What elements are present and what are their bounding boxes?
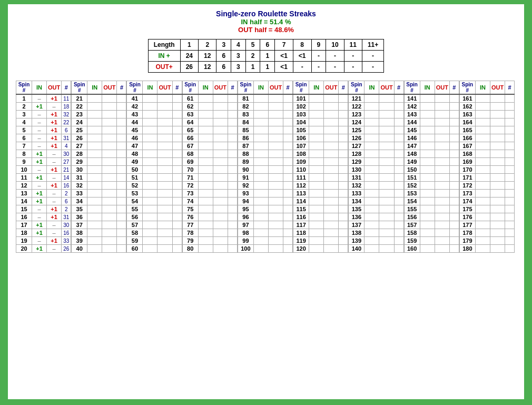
table-row: 34	[72, 197, 126, 205]
table-row: 94	[238, 197, 292, 205]
spin-number: 80	[182, 245, 198, 253]
hash-value	[505, 237, 515, 245]
hash-value	[449, 237, 459, 245]
table-row: 135	[349, 205, 403, 213]
in-value	[420, 126, 435, 134]
out-value	[379, 205, 394, 213]
hash-value	[117, 213, 126, 221]
hash-value	[339, 126, 348, 134]
hash-value	[228, 174, 237, 182]
hash-value	[505, 150, 515, 158]
spin-number: 134	[349, 197, 364, 205]
spin-number: 21	[72, 94, 87, 103]
out-value	[324, 237, 339, 245]
hash-value	[117, 118, 126, 126]
spin-group-6: Spin# IN OUT # 1011021031041051061071081…	[293, 81, 348, 253]
hash-value	[283, 190, 293, 197]
in-value	[198, 134, 213, 142]
hash-value	[394, 118, 403, 126]
out-value: –	[47, 158, 62, 166]
table-row: 157	[404, 221, 459, 229]
spin-number: 174	[459, 197, 475, 205]
table-row: 28	[72, 150, 126, 158]
table-row: 40	[72, 245, 126, 253]
out-value	[379, 197, 394, 205]
table-row: 174	[459, 197, 514, 205]
in-value	[198, 166, 213, 174]
spin-number: 122	[349, 103, 364, 111]
out-value	[102, 103, 117, 111]
out-value	[268, 213, 283, 221]
out-value	[268, 142, 283, 150]
out-value	[157, 182, 172, 190]
table-row: 95	[238, 205, 292, 213]
out-value	[435, 197, 449, 205]
table-row: 79	[182, 237, 237, 245]
in-value	[198, 221, 213, 229]
in-value	[309, 158, 324, 166]
spin-number: 91	[238, 174, 253, 182]
hash-value: 18	[62, 103, 71, 111]
in-value: +1	[32, 158, 47, 166]
table-row: 98	[238, 229, 292, 237]
out-value: +1	[47, 94, 62, 103]
table-row: 67	[182, 142, 237, 150]
in-value: –	[32, 205, 47, 213]
in-value	[309, 190, 324, 197]
out-value	[324, 111, 339, 118]
hash-value	[449, 229, 459, 237]
in-value	[309, 134, 324, 142]
hash-value: 2	[62, 190, 71, 197]
spin-number: 36	[72, 213, 87, 221]
spin-number: 172	[459, 182, 475, 190]
hash-value	[172, 174, 182, 182]
out-value	[102, 229, 117, 237]
out-value: –	[47, 150, 62, 158]
page-header: Single-zero Roulette Streaks IN half = 5…	[16, 9, 516, 34]
table-row: 126	[349, 134, 403, 142]
hash-value	[117, 190, 126, 197]
table-row: 178	[459, 229, 514, 237]
in-value	[87, 182, 102, 190]
in-value: –	[32, 126, 47, 134]
hash-value	[449, 197, 459, 205]
hash-value	[172, 190, 182, 197]
out-value	[490, 213, 505, 221]
out-value: –	[47, 197, 62, 205]
table-row: 151	[404, 174, 459, 182]
hash-value	[394, 166, 403, 174]
in-value	[475, 103, 490, 111]
out-value	[157, 126, 172, 134]
hash-value	[117, 174, 126, 182]
in-value: –	[32, 213, 47, 221]
hash-value	[228, 118, 237, 126]
table-row: 17+1–30	[16, 221, 71, 229]
hash-value	[449, 166, 459, 174]
table-row: 105	[293, 126, 348, 134]
out-value	[213, 245, 228, 253]
hash-value	[449, 221, 459, 229]
in-value	[364, 229, 379, 237]
spin-number: 19	[16, 237, 32, 245]
out-value	[379, 111, 394, 118]
out-value	[435, 174, 449, 182]
out-value	[435, 94, 449, 103]
out-value	[379, 166, 394, 174]
spin-number: 118	[293, 229, 309, 237]
hash-value	[339, 103, 348, 111]
spin-number: 90	[238, 166, 253, 174]
hash-value	[339, 174, 348, 182]
spin-number: 15	[16, 205, 32, 213]
hash-value	[117, 126, 126, 134]
hash-value	[394, 182, 403, 190]
in-value	[475, 197, 490, 205]
hash-value	[505, 142, 515, 150]
out-value	[157, 213, 172, 221]
spin-number: 84	[238, 118, 253, 126]
spin-number: 1	[16, 94, 32, 103]
in-value	[198, 118, 213, 126]
in-value	[198, 237, 213, 245]
out-value	[490, 166, 505, 174]
in-value	[198, 205, 213, 213]
out-value	[490, 237, 505, 245]
